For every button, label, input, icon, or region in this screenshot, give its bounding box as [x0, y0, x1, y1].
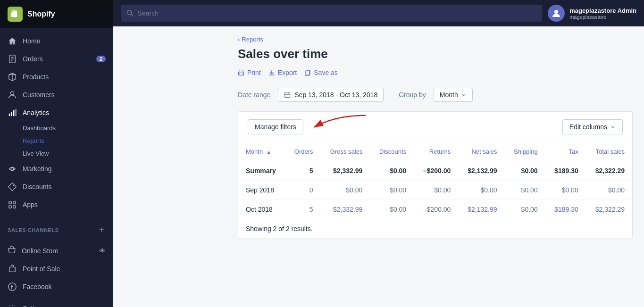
- summary-net-sales: $2,132.99: [458, 161, 504, 181]
- col-total-sales: Total sales: [586, 142, 632, 161]
- date-range-value: Sep 13, 2018 - Oct 13, 2018: [294, 91, 377, 99]
- search-input[interactable]: [138, 9, 537, 17]
- row-0-discounts: $0.00: [370, 181, 414, 200]
- chevron-down-icon: [461, 92, 467, 98]
- edit-columns-button[interactable]: Edit columns: [562, 119, 623, 134]
- group-by-label: Group by: [399, 91, 426, 99]
- save-as-button[interactable]: Save as: [304, 67, 338, 78]
- analytics-sub-nav: Dashboards Reports Live View: [0, 122, 113, 160]
- summary-gross-sales: $2,332.99: [321, 161, 370, 181]
- online-store-icon: [8, 246, 16, 256]
- row-0-orders: 0: [285, 181, 321, 200]
- sidebar-item-settings[interactable]: Settings: [0, 299, 113, 307]
- sidebar-item-facebook[interactable]: Facebook: [0, 278, 113, 296]
- apps-icon: [8, 200, 17, 209]
- pos-icon: [8, 264, 17, 274]
- breadcrumb[interactable]: ‹ Reports: [238, 36, 633, 43]
- row-0-total_sales: $0.00: [586, 181, 632, 200]
- date-range-label: Date range: [238, 91, 270, 99]
- report-table: Month ▲ Orders Gross sales Discounts Ret…: [238, 142, 632, 239]
- col-tax: Tax: [545, 142, 586, 161]
- user-name: mageplazastore Admin: [569, 7, 636, 14]
- sidebar-item-apps[interactable]: Apps: [0, 196, 113, 214]
- discounts-icon: [8, 182, 17, 191]
- row-0-returns: $0.00: [414, 181, 458, 200]
- sub-nav-reports[interactable]: Reports: [23, 134, 113, 147]
- svg-rect-8: [11, 112, 12, 116]
- summary-total-sales: $2,322.29: [586, 161, 632, 181]
- settings-section: Settings: [0, 299, 113, 307]
- shopify-logo-icon: [8, 7, 23, 22]
- svg-rect-23: [239, 70, 243, 72]
- report-card-header: Manage filters Edit columns: [238, 112, 632, 142]
- summary-orders: 5: [285, 161, 321, 181]
- orders-icon: [8, 54, 17, 64]
- svg-rect-10: [15, 109, 17, 116]
- page-title: Sales over time: [238, 47, 633, 61]
- svg-point-20: [127, 10, 132, 15]
- online-store-eye-icon[interactable]: 👁: [99, 247, 106, 255]
- col-returns: Returns: [414, 142, 458, 161]
- add-sales-channel-icon[interactable]: ＋: [98, 225, 106, 235]
- col-shipping: Shipping: [505, 142, 545, 161]
- summary-discounts: $0.00: [370, 161, 414, 181]
- sidebar-header: Shopify: [0, 0, 113, 28]
- sidebar-item-products[interactable]: Products: [0, 68, 113, 86]
- export-button[interactable]: Export: [268, 67, 297, 78]
- sidebar-item-discounts[interactable]: Discounts: [0, 178, 113, 196]
- col-gross-sales: Gross sales: [321, 142, 370, 161]
- group-by-value: Month: [440, 91, 458, 99]
- row-1-tax: $189.30: [545, 200, 586, 219]
- col-month[interactable]: Month ▲: [238, 142, 285, 161]
- row-0-gross_sales: $0.00: [321, 181, 370, 200]
- products-icon: [8, 72, 17, 82]
- summary-tax: $189.30: [545, 161, 586, 181]
- sidebar-item-orders[interactable]: Orders 2: [0, 50, 113, 68]
- col-net-sales: Net sales: [458, 142, 504, 161]
- svg-line-21: [131, 14, 134, 17]
- sidebar: Shopify Home Orders 2 Products: [0, 0, 113, 307]
- analytics-icon: [8, 108, 17, 117]
- table-row[interactable]: Sep 20180$0.00$0.00$0.00$0.00$0.00$0.00$…: [238, 181, 632, 200]
- user-store: mageplazastore: [569, 14, 636, 20]
- sidebar-item-home[interactable]: Home: [0, 32, 113, 50]
- summary-label: Summary: [238, 161, 285, 181]
- col-discounts: Discounts: [370, 142, 414, 161]
- sidebar-item-analytics[interactable]: Analytics: [0, 104, 113, 122]
- manage-filters-button[interactable]: Manage filters: [248, 119, 303, 134]
- printer-icon: [238, 69, 244, 76]
- svg-rect-13: [9, 201, 11, 204]
- svg-point-22: [554, 10, 558, 14]
- svg-rect-9: [13, 110, 15, 116]
- row-1-returns: –$200.00: [414, 200, 458, 219]
- marketing-icon: [8, 164, 17, 174]
- user-area[interactable]: mageplazastore Admin mageplazastore: [548, 5, 636, 22]
- svg-point-6: [10, 91, 14, 95]
- col-orders: Orders: [285, 142, 321, 161]
- topbar: mageplazastore Admin mageplazastore: [113, 0, 644, 26]
- sales-channels-nav: Online Store 👁 Point of Sale Facebook: [0, 238, 113, 299]
- copy-icon: [304, 69, 311, 76]
- row-0-month: Sep 2018: [238, 181, 285, 200]
- sidebar-item-online-store[interactable]: Online Store 👁: [0, 241, 113, 260]
- main-content: ‹ Reports Sales over time Print Export S…: [226, 26, 644, 307]
- summary-row: Summary 5 $2,332.99 $0.00 –$200.00 $2,13…: [238, 161, 632, 181]
- chevron-down-icon-2: [610, 124, 616, 130]
- sub-nav-live-view[interactable]: Live View: [23, 147, 113, 160]
- group-by-button[interactable]: Month: [434, 88, 473, 102]
- print-button[interactable]: Print: [238, 67, 261, 78]
- table-header-row: Month ▲ Orders Gross sales Discounts Ret…: [238, 142, 632, 161]
- sub-nav-dashboards[interactable]: Dashboards: [23, 122, 113, 134]
- sidebar-item-customers[interactable]: Customers: [0, 86, 113, 104]
- breadcrumb-parent[interactable]: Reports: [242, 36, 263, 43]
- svg-rect-28: [285, 93, 290, 98]
- sidebar-item-marketing[interactable]: Marketing: [0, 160, 113, 178]
- svg-rect-16: [13, 206, 16, 208]
- svg-rect-15: [9, 206, 11, 208]
- summary-shipping: $0.00: [505, 161, 545, 181]
- sidebar-item-pos[interactable]: Point of Sale: [0, 260, 113, 278]
- search-box[interactable]: [121, 5, 542, 22]
- table-row[interactable]: Oct 20185$2,332.99$0.00–$200.00$2,132.99…: [238, 200, 632, 219]
- main-nav: Home Orders 2 Products Customers: [0, 28, 113, 217]
- date-range-button[interactable]: Sep 13, 2018 - Oct 13, 2018: [278, 88, 384, 102]
